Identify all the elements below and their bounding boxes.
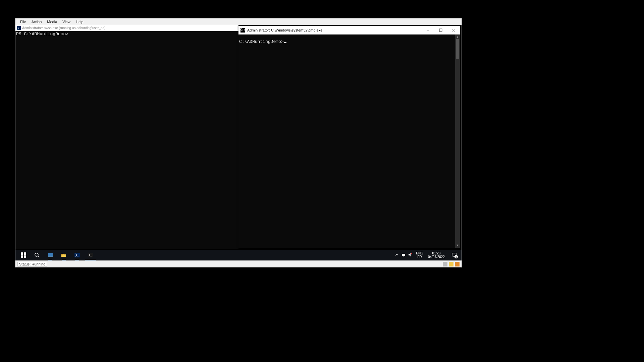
cmd-prompt: C:\ADHuntingDemo> xyxy=(239,39,284,44)
tray-chevron-up-icon[interactable] xyxy=(394,252,399,258)
scroll-down-icon[interactable]: ▼ xyxy=(455,243,460,248)
vm-status-icon xyxy=(455,262,460,266)
system-tray[interactable] xyxy=(394,252,413,258)
clock-date: 04/07/2022 xyxy=(428,255,445,259)
cmd-window[interactable]: C:\ Administrator: C:\Windows\system32\c… xyxy=(238,26,460,248)
lang-secondary: FR xyxy=(417,255,422,259)
taskbar-right: ENG FR 01:28 04/07/2022 1 xyxy=(394,250,460,260)
svg-rect-4 xyxy=(24,255,26,258)
cmd-icon: C:\ xyxy=(240,28,245,33)
svg-rect-6 xyxy=(48,253,53,256)
menu-help[interactable]: Help xyxy=(73,19,86,24)
vm-status-icon xyxy=(443,262,447,266)
tray-network-icon[interactable] xyxy=(401,252,406,258)
guest-desktop: Administrator: pwsh.exe (running as adhu… xyxy=(15,25,462,260)
menu-action[interactable]: Action xyxy=(29,19,45,24)
taskbar-clock[interactable]: 01:28 04/07/2022 xyxy=(427,251,446,259)
svg-rect-7 xyxy=(48,256,53,257)
window-controls xyxy=(422,26,460,34)
svg-rect-3 xyxy=(21,255,23,258)
maximize-button[interactable] xyxy=(434,26,447,34)
scroll-up-icon[interactable]: ▲ xyxy=(455,35,460,39)
vm-status-icon xyxy=(449,262,453,266)
vm-status-icons xyxy=(443,262,460,266)
svg-rect-1 xyxy=(21,252,23,255)
cmd-scrollbar[interactable]: ▲ ▼ xyxy=(455,35,460,248)
powershell-title-text: Administrator: pwsh.exe (running as adhu… xyxy=(22,26,105,30)
powershell-prompt: PS C:\ADHuntingDemo> xyxy=(16,32,68,37)
svg-rect-12 xyxy=(403,256,404,256)
action-center-button[interactable]: 1 xyxy=(448,250,460,260)
cmd-body[interactable]: C:\ADHuntingDemo> xyxy=(238,35,455,248)
vm-window: File Action Media View Help Administrato… xyxy=(15,18,462,267)
svg-point-5 xyxy=(35,253,38,256)
clock-time: 01:28 xyxy=(432,251,440,255)
start-button[interactable] xyxy=(17,250,30,260)
lang-primary: ENG xyxy=(416,251,423,255)
scroll-thumb[interactable] xyxy=(456,39,459,59)
cmd-title-text: Administrator: C:\Windows\system32\cmd.e… xyxy=(247,28,422,32)
taskbar-app-cmd[interactable] xyxy=(84,250,97,260)
minimize-button[interactable] xyxy=(422,26,434,34)
powershell-icon xyxy=(17,26,21,30)
menu-media[interactable]: Media xyxy=(44,19,60,24)
svg-rect-10 xyxy=(88,253,93,257)
menu-file[interactable]: File xyxy=(17,19,29,24)
powershell-window[interactable]: Administrator: pwsh.exe (running as adhu… xyxy=(15,25,238,249)
close-button[interactable] xyxy=(447,26,460,34)
taskbar-app-explorer[interactable] xyxy=(57,250,70,260)
tray-volume-icon[interactable] xyxy=(408,252,413,258)
svg-point-13 xyxy=(411,253,412,254)
search-button[interactable] xyxy=(30,250,44,260)
svg-rect-9 xyxy=(74,253,80,257)
svg-rect-11 xyxy=(402,254,405,256)
vm-statusbar: Status: Running xyxy=(15,260,462,267)
menu-view[interactable]: View xyxy=(60,19,73,24)
guest-taskbar: ENG FR 01:28 04/07/2022 1 xyxy=(15,250,462,260)
svg-rect-8 xyxy=(61,254,63,255)
vm-status-text: Status: Running xyxy=(17,262,47,266)
powershell-body[interactable]: PS C:\ADHuntingDemo> xyxy=(15,31,238,249)
svg-rect-2 xyxy=(24,252,26,255)
powershell-titlebar[interactable]: Administrator: pwsh.exe (running as adhu… xyxy=(15,25,238,31)
svg-rect-0 xyxy=(439,29,442,32)
notification-badge: 1 xyxy=(454,255,458,258)
language-indicator[interactable]: ENG FR xyxy=(415,251,425,259)
taskbar-app-server-manager[interactable] xyxy=(44,250,57,260)
cursor-icon xyxy=(284,42,286,43)
cmd-titlebar[interactable]: C:\ Administrator: C:\Windows\system32\c… xyxy=(238,26,460,35)
taskbar-app-powershell[interactable] xyxy=(70,250,84,260)
taskbar-left xyxy=(17,250,97,260)
vm-menubar: File Action Media View Help xyxy=(15,18,462,25)
